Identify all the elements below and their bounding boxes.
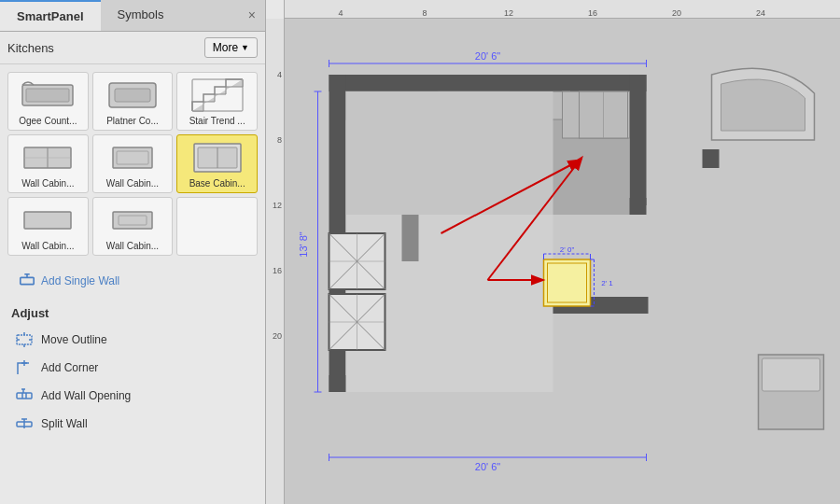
svg-rect-36	[630, 75, 647, 205]
svg-rect-61	[544, 259, 591, 306]
svg-text:20' 6": 20' 6"	[475, 461, 501, 472]
tab-bar: SmartPanel Symbols ×	[0, 0, 265, 32]
svg-rect-13	[24, 212, 71, 229]
symbol-stair-trend-label: Stair Trend ...	[181, 116, 253, 126]
symbol-wall-cab2-label: Wall Cabin...	[97, 178, 169, 189]
symbol-stair-trend[interactable]: Stair Trend ...	[176, 72, 258, 131]
symbol-platner-label: Platner Co...	[97, 116, 169, 126]
svg-rect-16	[21, 277, 34, 284]
ruler-tick-20: 20	[672, 8, 681, 18]
symbol-empty	[176, 197, 258, 256]
svg-rect-3	[115, 89, 150, 102]
more-button[interactable]: More	[204, 37, 258, 58]
ruler-tick-4: 4	[338, 8, 343, 18]
symbol-wall-cab3[interactable]: Wall Cabin...	[7, 197, 89, 256]
symbol-wall-cab1-img	[20, 139, 76, 176]
ruler-tick-v-20: 20	[273, 331, 282, 341]
symbol-base-cabin[interactable]: Base Cabin...	[176, 134, 258, 193]
left-panel: SmartPanel Symbols × Kitchens More Ogee …	[0, 0, 266, 504]
split-wall-icon	[15, 414, 34, 433]
svg-text:2' 0": 2' 0"	[560, 245, 575, 254]
ruler-tick-v-12: 12	[273, 201, 282, 210]
ruler-tick-v-8: 8	[277, 135, 282, 145]
symbol-ogee-counter[interactable]: Ogee Count...	[7, 72, 89, 131]
symbol-ogee-counter-label: Ogee Count...	[12, 116, 84, 126]
move-outline-label: Move Outline	[41, 333, 107, 346]
add-wall-opening-label: Add Wall Opening	[41, 389, 131, 402]
symbol-empty-img	[189, 202, 245, 239]
add-corner-label: Add Corner	[41, 361, 98, 374]
symbol-wall-cab4[interactable]: Wall Cabin...	[92, 197, 174, 256]
symbols-grid: Ogee Count... Platner Co... Stair Trend …	[0, 64, 265, 263]
add-single-wall-button[interactable]: Add Single Wall	[7, 267, 258, 295]
canvas-area[interactable]: 4 8 12 16 20 24 4 8 12 16 20	[266, 0, 840, 504]
split-wall-label: Split Wall	[41, 417, 88, 430]
split-wall-button[interactable]: Split Wall	[11, 410, 254, 438]
symbol-base-cabin-img	[189, 139, 245, 176]
symbol-wall-cab2[interactable]: Wall Cabin...	[92, 134, 174, 193]
symbol-base-cabin-label: Base Cabin...	[181, 178, 253, 189]
symbol-stair-trend-img	[189, 77, 245, 114]
ruler-tick-16: 16	[588, 8, 597, 18]
svg-rect-22	[17, 393, 32, 399]
category-label: Kitchens	[7, 41, 204, 55]
symbol-ogee-counter-img	[20, 77, 76, 114]
symbol-wall-cab3-img	[20, 202, 76, 239]
svg-rect-87	[763, 358, 820, 391]
symbol-wall-cab4-img	[105, 202, 161, 239]
ruler-tick-8: 8	[422, 8, 427, 18]
svg-rect-60	[402, 215, 419, 261]
svg-text:13' 8": 13' 8"	[298, 231, 309, 258]
floor-plan-svg: 2' 0" 2' 1 20' 6" 20' 6" 13	[285, 19, 840, 504]
ruler-tick-24: 24	[756, 8, 765, 18]
symbol-wall-cab3-label: Wall Cabin...	[12, 241, 84, 251]
tab-symbols[interactable]: Symbols	[101, 0, 181, 31]
ruler-tick-12: 12	[504, 8, 513, 18]
svg-text:2' 1: 2' 1	[601, 279, 613, 287]
symbol-wall-cab1[interactable]: Wall Cabin...	[7, 134, 89, 193]
category-bar: Kitchens More	[0, 32, 265, 64]
svg-rect-1	[26, 89, 69, 102]
add-corner-icon	[15, 358, 34, 377]
add-corner-button[interactable]: Add Corner	[11, 354, 254, 382]
move-outline-icon	[15, 330, 34, 349]
adjust-section: Adjust Move Outline Add Corner	[0, 299, 265, 441]
svg-rect-31	[329, 75, 647, 91]
add-wall-icon	[19, 273, 35, 289]
add-single-wall-label: Add Single Wall	[41, 274, 119, 287]
add-wall-opening-button[interactable]: Add Wall Opening	[11, 382, 254, 410]
adjust-title: Adjust	[11, 306, 254, 320]
svg-text:20' 6": 20' 6"	[475, 50, 501, 62]
ruler-tick-v-4: 4	[277, 70, 282, 79]
svg-rect-49	[346, 91, 553, 215]
close-button[interactable]: ×	[239, 0, 265, 31]
symbol-platner-img	[105, 77, 161, 114]
ruler-top: 4 8 12 16 20 24	[266, 0, 840, 19]
tab-smartpanel[interactable]: SmartPanel	[0, 0, 101, 31]
svg-rect-8	[113, 147, 152, 168]
symbol-wall-cab4-label: Wall Cabin...	[97, 241, 169, 251]
add-wall-opening-icon	[15, 386, 34, 405]
ruler-tick-v-16: 16	[273, 266, 282, 275]
ruler-left: 4 8 12 16 20	[266, 0, 285, 504]
symbol-wall-cab2-img	[105, 139, 161, 176]
move-outline-button[interactable]: Move Outline	[11, 326, 254, 354]
symbol-wall-cab1-label: Wall Cabin...	[12, 178, 84, 189]
symbol-platner[interactable]: Platner Co...	[92, 72, 174, 131]
svg-rect-88	[703, 149, 720, 168]
